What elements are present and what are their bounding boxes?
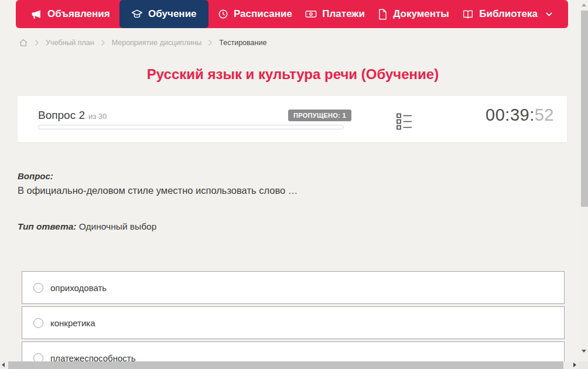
- radio-button[interactable]: [33, 318, 43, 328]
- skipped-badge: ПРОПУЩЕНО: 1: [288, 110, 351, 121]
- nav-item-label: Библиотека: [479, 8, 538, 20]
- progress-bar: [38, 125, 344, 129]
- nav-item-documents[interactable]: Документы: [374, 0, 453, 28]
- scroll-right-arrow-icon[interactable]: [573, 363, 576, 367]
- vertical-scrollbar[interactable]: [580, 0, 588, 361]
- nav-item-library[interactable]: Библиотека: [459, 0, 556, 28]
- scroll-left-arrow-icon[interactable]: [2, 363, 5, 367]
- breadcrumb-separator-icon: [35, 39, 39, 46]
- answer-type-value: Одиночный выбор: [79, 221, 157, 231]
- clock-icon: [218, 9, 228, 19]
- breadcrumb: Учебный план Мероприятие дисциплины Тест…: [19, 37, 266, 49]
- answer-type-row: Тип ответа: Одиночный выбор: [18, 221, 156, 232]
- nav-item-label: Объявления: [47, 8, 110, 20]
- banknote-icon: [305, 9, 317, 19]
- answer-option-label: конкретика: [50, 318, 95, 328]
- breadcrumb-item-discipline-event[interactable]: Мероприятие дисциплины: [112, 39, 202, 47]
- question-list-button[interactable]: [395, 111, 413, 134]
- radio-button[interactable]: [33, 283, 43, 293]
- question-heading: Вопрос:: [18, 171, 53, 181]
- scrollbar-corner: [579, 361, 588, 369]
- scroll-down-arrow-icon[interactable]: [582, 350, 586, 353]
- nav-item-label: Расписание: [234, 8, 292, 20]
- open-book-icon: [462, 9, 474, 19]
- timer: 00:39:52: [486, 105, 554, 125]
- breadcrumb-separator-icon: [208, 39, 213, 46]
- graduation-cap-icon: [131, 8, 143, 20]
- answer-type-label: Тип ответа:: [18, 221, 77, 231]
- horizontal-scrollbar-thumb[interactable]: [8, 361, 563, 369]
- breadcrumb-item-curriculum[interactable]: Учебный план: [46, 39, 94, 47]
- question-text: В официально-деловом стиле уместно испол…: [18, 185, 545, 196]
- breadcrumb-item-testing: Тестирование: [219, 39, 266, 47]
- vertical-scrollbar-thumb[interactable]: [581, 11, 588, 207]
- question-total: из 30: [88, 112, 107, 121]
- nav-item-announcements[interactable]: Объявления: [28, 0, 114, 28]
- nav-item-learning[interactable]: Обучение: [119, 0, 208, 28]
- answer-option-label: оприходовать: [50, 283, 107, 293]
- answer-option[interactable]: конкретика: [22, 306, 565, 339]
- nav-item-payments[interactable]: Платежи: [302, 0, 368, 28]
- page-title: Русский язык и культура речи (Обучение): [0, 66, 586, 83]
- nav-item-label: Обучение: [148, 8, 196, 20]
- question-number: Вопрос 2: [38, 109, 85, 121]
- answer-options: оприходовать конкретика платежеспособнос…: [22, 271, 565, 369]
- question-counter: Вопрос 2из 30: [38, 109, 107, 122]
- nav-item-label: Документы: [393, 8, 449, 20]
- nav-item-schedule[interactable]: Расписание: [214, 0, 296, 28]
- question-list-icon: [396, 122, 412, 132]
- scroll-up-arrow-icon[interactable]: [582, 4, 586, 6]
- breadcrumb-separator-icon: [101, 39, 105, 46]
- timer-hours-minutes: 00:39:: [486, 105, 535, 124]
- chevron-down-icon: [545, 12, 553, 17]
- question-header-card: Вопрос 2из 30 ПРОПУЩЕНО: 1 00:39:52: [18, 96, 567, 142]
- megaphone-icon: [31, 9, 42, 20]
- timer-seconds: 52: [535, 105, 554, 124]
- answer-option[interactable]: оприходовать: [22, 271, 565, 304]
- home-icon[interactable]: [19, 38, 28, 47]
- nav-item-label: Платежи: [322, 8, 365, 20]
- document-icon: [378, 9, 388, 20]
- horizontal-scrollbar[interactable]: [0, 361, 579, 369]
- main-nav: Объявления Обучение Расписание Платежи Д…: [16, 0, 568, 28]
